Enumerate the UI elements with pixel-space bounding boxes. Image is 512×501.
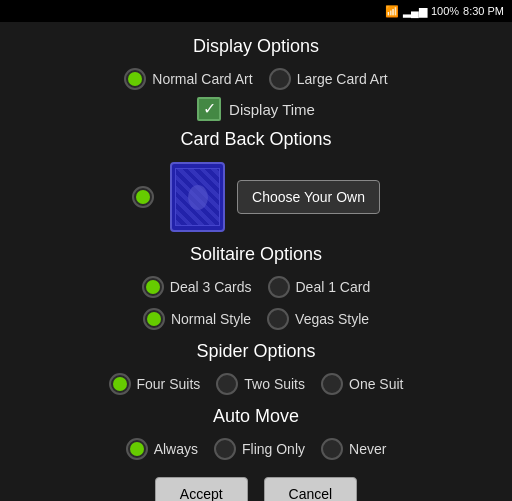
deal-3-radio-inner <box>146 280 160 294</box>
card-art-row: Normal Card Art Large Card Art <box>20 68 492 90</box>
never-label: Never <box>349 441 386 457</box>
deal-1-card-radio[interactable] <box>268 276 290 298</box>
normal-style-label: Normal Style <box>171 311 251 327</box>
large-card-art-radio[interactable] <box>269 68 291 90</box>
large-card-art-option[interactable]: Large Card Art <box>269 68 388 90</box>
choose-your-own-button[interactable]: Choose Your Own <box>237 180 380 214</box>
wifi-icon: 📶 <box>385 5 399 18</box>
one-suit-option[interactable]: One Suit <box>321 373 403 395</box>
signal-icon: ▂▄▆ <box>403 5 427 18</box>
spider-options-title: Spider Options <box>196 341 315 362</box>
main-content: Display Options Normal Card Art Large Ca… <box>0 22 512 501</box>
deal-3-cards-option[interactable]: Deal 3 Cards <box>142 276 252 298</box>
vegas-style-option[interactable]: Vegas Style <box>267 308 369 330</box>
card-back-options-title: Card Back Options <box>180 129 331 150</box>
suits-row: Four Suits Two Suits One Suit <box>20 373 492 395</box>
card-pattern <box>175 168 220 226</box>
display-time-label: Display Time <box>229 101 315 118</box>
normal-style-radio[interactable] <box>143 308 165 330</box>
solitaire-options-title: Solitaire Options <box>190 244 322 265</box>
four-suits-radio-inner <box>113 377 127 391</box>
normal-card-art-radio[interactable] <box>124 68 146 90</box>
never-option[interactable]: Never <box>321 438 386 460</box>
auto-move-row: Always Fling Only Never <box>20 438 492 460</box>
deal-1-card-label: Deal 1 Card <box>296 279 371 295</box>
card-pattern-inner <box>188 185 208 210</box>
always-radio[interactable] <box>126 438 148 460</box>
cancel-button[interactable]: Cancel <box>264 477 358 501</box>
battery-label: 100% <box>431 5 459 17</box>
deal-3-cards-radio[interactable] <box>142 276 164 298</box>
accept-button[interactable]: Accept <box>155 477 248 501</box>
four-suits-option[interactable]: Four Suits <box>109 373 201 395</box>
status-icons: 📶 ▂▄▆ 100% 8:30 PM <box>385 5 504 18</box>
fling-only-option[interactable]: Fling Only <box>214 438 305 460</box>
four-suits-radio[interactable] <box>109 373 131 395</box>
two-suits-label: Two Suits <box>244 376 305 392</box>
card-back-row: Choose Your Own <box>132 162 380 232</box>
deal-cards-row: Deal 3 Cards Deal 1 Card <box>20 276 492 298</box>
checkmark-icon: ✓ <box>203 101 216 117</box>
fling-only-label: Fling Only <box>242 441 305 457</box>
one-suit-label: One Suit <box>349 376 403 392</box>
normal-card-art-label: Normal Card Art <box>152 71 252 87</box>
large-card-art-label: Large Card Art <box>297 71 388 87</box>
one-suit-radio[interactable] <box>321 373 343 395</box>
never-radio[interactable] <box>321 438 343 460</box>
time-label: 8:30 PM <box>463 5 504 17</box>
card-back-radio[interactable] <box>132 186 154 208</box>
deal-3-cards-label: Deal 3 Cards <box>170 279 252 295</box>
normal-style-radio-inner <box>147 312 161 326</box>
auto-move-title: Auto Move <box>213 406 299 427</box>
card-thumbnail <box>170 162 225 232</box>
status-bar: 📶 ▂▄▆ 100% 8:30 PM <box>0 0 512 22</box>
display-options-title: Display Options <box>193 36 319 57</box>
normal-style-option[interactable]: Normal Style <box>143 308 251 330</box>
display-time-row[interactable]: ✓ Display Time <box>197 97 315 121</box>
vegas-style-label: Vegas Style <box>295 311 369 327</box>
normal-card-art-option[interactable]: Normal Card Art <box>124 68 252 90</box>
bottom-buttons: Accept Cancel <box>155 477 357 501</box>
normal-card-art-radio-inner <box>128 72 142 86</box>
card-back-radio-inner <box>136 190 150 204</box>
deal-1-card-option[interactable]: Deal 1 Card <box>268 276 371 298</box>
vegas-style-radio[interactable] <box>267 308 289 330</box>
two-suits-option[interactable]: Two Suits <box>216 373 305 395</box>
always-label: Always <box>154 441 198 457</box>
always-radio-inner <box>130 442 144 456</box>
style-row: Normal Style Vegas Style <box>20 308 492 330</box>
four-suits-label: Four Suits <box>137 376 201 392</box>
two-suits-radio[interactable] <box>216 373 238 395</box>
always-option[interactable]: Always <box>126 438 198 460</box>
fling-only-radio[interactable] <box>214 438 236 460</box>
display-time-checkbox[interactable]: ✓ <box>197 97 221 121</box>
